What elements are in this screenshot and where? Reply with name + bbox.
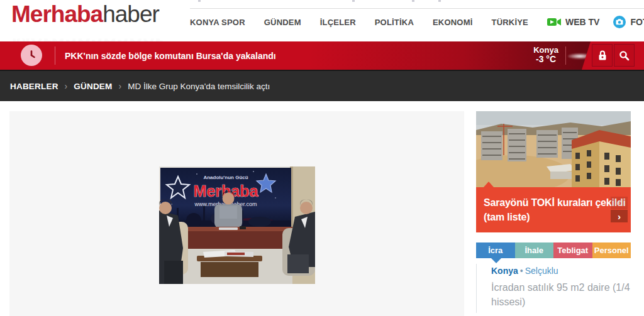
featured-image <box>476 111 631 187</box>
photo-camera-icon <box>613 16 626 28</box>
listing-dot: • <box>520 266 523 276</box>
cutoff-fragment <box>412 0 414 2</box>
carousel-prev-button[interactable]: ‹ <box>611 197 628 209</box>
weather-widget[interactable]: Konya -3 °C <box>530 45 562 64</box>
main-nav: KONYA SPOR GÜNDEM İLÇELER POLİTİKA EKONO… <box>190 8 644 35</box>
foto-galeri-label: FOTO GALERİ <box>630 17 644 27</box>
page: Merhabahaber Merhabahaber KONYA SPOR GÜN… <box>0 0 644 316</box>
tab-ihale[interactable]: İhale <box>515 242 554 258</box>
breadcrumb: HABERLER › GÜNDEM › MD İlke Grup Konya'd… <box>0 70 644 101</box>
nav-item-ilceler[interactable]: İLÇELER <box>320 18 356 27</box>
site-logo[interactable]: Merhabahaber <box>11 1 159 28</box>
breadcrumb-separator: › <box>65 81 68 91</box>
nav-item-konya-spor[interactable]: KONYA SPOR <box>190 18 245 27</box>
web-tv-label: WEB TV <box>565 17 599 27</box>
listing-title[interactable]: İcradan satılık 95 m2 daire (1/4 hissesi… <box>491 280 635 309</box>
active-tab-pointer <box>491 258 501 263</box>
carousel-controls: ‹ › <box>611 197 628 223</box>
cutoff-fragment <box>352 0 355 2</box>
featured-title-line2: (tam liste) <box>484 210 602 224</box>
tab-personel[interactable]: Personel <box>592 242 631 258</box>
nav-item-gundem[interactable]: GÜNDEM <box>264 18 301 27</box>
featured-title-line1: Sarayönü TOKİ kuraları çekildi <box>484 195 602 210</box>
site-logo-secondary: haber <box>103 1 159 27</box>
search-icon <box>619 50 630 61</box>
nav-item-turkiye[interactable]: TÜRKİYE <box>492 18 528 27</box>
nav-item-ekonomi[interactable]: EKONOMİ <box>433 18 473 27</box>
weather-divider <box>565 46 566 65</box>
video-camera-icon <box>547 18 561 26</box>
breadcrumb-current: MD İlke Grup Konya'da temsilcilik açtı <box>128 82 270 91</box>
cutoff-fragment <box>438 0 441 2</box>
tab-tebligat[interactable]: Tebligat <box>553 242 592 258</box>
ticker-headline[interactable]: PKK'nın sözde bölge komutanı Bursa'da ya… <box>65 41 276 70</box>
listing-district[interactable]: Selçuklu <box>525 266 558 276</box>
photo-banner-tagline: Anadolu'nun Gücü <box>203 175 248 180</box>
breaking-news-bar: PKK'nın sözde bölge komutanı Bursa'da ya… <box>0 41 644 70</box>
site-logo-primary: Merhaba <box>11 1 103 27</box>
featured-caption[interactable]: Sarayönü TOKİ kuraları çekildi (tam list… <box>476 187 631 232</box>
breadcrumb-haberler[interactable]: HABERLER <box>10 82 58 91</box>
caption-pointer <box>484 182 494 187</box>
weather-city: Konya <box>530 45 562 55</box>
chevron-left-icon: ‹ <box>618 198 621 209</box>
carousel-next-button[interactable]: › <box>611 210 628 222</box>
ticker-divider <box>55 46 55 65</box>
login-button[interactable] <box>592 44 613 67</box>
clock-icon <box>21 45 42 66</box>
article-photo: Anadolu'nun Gücü Merhaba www.merhabahabe… <box>159 166 315 284</box>
chevron-right-icon: › <box>618 211 621 222</box>
search-button[interactable] <box>614 44 635 67</box>
lock-icon <box>597 50 608 61</box>
web-tv-link[interactable]: WEB TV <box>547 17 599 27</box>
weather-temperature: -3 °C <box>530 55 562 64</box>
breadcrumb-gundem[interactable]: GÜNDEM <box>74 82 112 91</box>
sidebar-tabs: İcra İhale Tebligat Personel <box>476 242 631 258</box>
cutoff-fragment <box>198 0 201 2</box>
foto-galeri-link[interactable]: FOTO GALERİ <box>613 16 644 28</box>
featured-news-card[interactable]: Sarayönü TOKİ kuraları çekildi (tam list… <box>476 111 631 232</box>
listing-location: Konya•Selçuklu <box>491 266 631 276</box>
listing-item[interactable]: Konya•Selçuklu İcradan satılık 95 m2 dai… <box>476 264 631 313</box>
nav-item-politika[interactable]: POLİTİKA <box>375 18 414 27</box>
tab-icra[interactable]: İcra <box>476 242 515 258</box>
breadcrumb-separator: › <box>118 81 121 91</box>
ticker-right-panel <box>582 41 644 70</box>
listing-city[interactable]: Konya <box>491 266 518 276</box>
